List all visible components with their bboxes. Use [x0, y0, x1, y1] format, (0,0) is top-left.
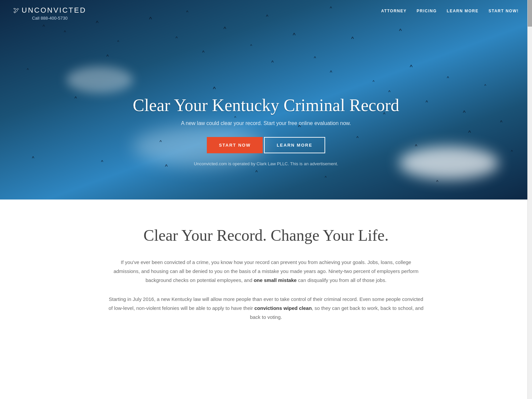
navbar: 🕊 UNCONVICTED Call 888-400-5730 ATTORNEY… — [0, 0, 532, 21]
nav-start-now[interactable]: START NOW! — [488, 9, 519, 13]
nav-pricing[interactable]: PRICING — [417, 9, 437, 13]
hero-content: Clear Your Kentucky Criminal Record A ne… — [116, 95, 416, 166]
nav-links: ATTORNEY PRICING LEARN MORE START NOW! — [381, 6, 519, 13]
cloud-2 — [66, 66, 133, 93]
hero-subtitle: A new law could clear your record. Start… — [116, 120, 416, 126]
content-p2-bold: convictions wiped clean — [254, 305, 312, 311]
nav-attorney[interactable]: ATTORNEY — [381, 9, 407, 13]
hero-title: Clear Your Kentucky Criminal Record — [116, 95, 416, 115]
page-wrapper: ∧∧∧∧∧∧∧∧∧∧∧∧∧∧∧∧∧∧∧∧∧∧∧∧∧∧∧∧∧∧∧∧∧∧∧∧∧∧∧∧… — [0, 0, 532, 351]
content-p1-end: can disqualify you from all of those job… — [297, 277, 386, 283]
content-section: Clear Your Record. Change Your Life. If … — [0, 200, 532, 351]
hero-section: ∧∧∧∧∧∧∧∧∧∧∧∧∧∧∧∧∧∧∧∧∧∧∧∧∧∧∧∧∧∧∧∧∧∧∧∧∧∧∧∧… — [0, 0, 532, 200]
logo-icon: 🕊 — [13, 7, 20, 14]
hero-buttons: START NOW LEARN MORE — [116, 137, 416, 153]
logo-area: 🕊 UNCONVICTED Call 888-400-5730 — [13, 6, 86, 21]
hero-disclaimer: Unconvicted.com is operated by Clark Law… — [116, 161, 416, 166]
content-paragraph-2: Starting in July 2016, a new Kentucky la… — [108, 295, 424, 322]
logo-text-label: UNCONVICTED — [22, 6, 86, 15]
nav-learn-more[interactable]: LEARN MORE — [447, 9, 479, 13]
content-p1-bold: one small mistake — [254, 277, 297, 283]
logo[interactable]: 🕊 UNCONVICTED — [13, 6, 86, 15]
scrollbar-thumb[interactable] — [528, 0, 532, 27]
start-now-button[interactable]: START NOW — [207, 137, 263, 153]
scrollbar[interactable] — [527, 0, 532, 351]
content-heading: Clear Your Record. Change Your Life. — [66, 226, 466, 244]
learn-more-button[interactable]: LEARN MORE — [264, 137, 325, 153]
logo-phone: Call 888-400-5730 — [13, 16, 86, 21]
content-paragraph-1: If you've ever been convicted of a crime… — [108, 258, 424, 285]
